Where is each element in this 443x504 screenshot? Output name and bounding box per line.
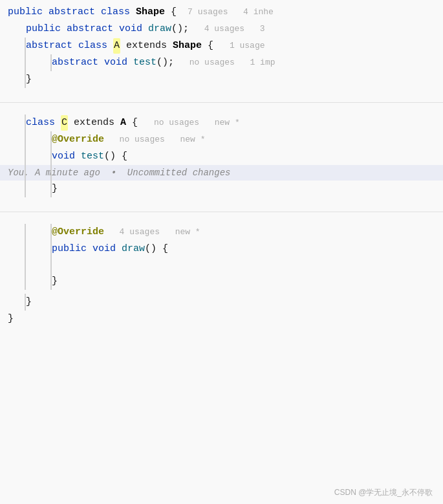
hint-4usages2: 4 usages — [109, 226, 160, 239]
code-line-3: abstract class A extends Shape { 1 usage — [0, 38, 443, 54]
parens4: () { — [145, 241, 168, 257]
code-block-1: public abstract class Shape { 7 usages 4… — [0, 0, 443, 92]
hint-4inhe: 4 inhe — [233, 6, 274, 19]
code-block-3: @Override 4 usages new * public void dra… — [0, 220, 443, 294]
hint-nousages: no usages — [179, 56, 235, 70]
keyword-public2: public — [26, 21, 67, 37]
space — [142, 21, 148, 37]
indent-bar-9 — [50, 148, 52, 165]
indent-bar-20 — [25, 273, 26, 290]
keyword-public3: public — [52, 241, 92, 257]
line-content-12: } — [0, 274, 58, 289]
space4 — [116, 241, 122, 257]
keyword-abstract: abstract — [49, 5, 101, 20]
class-name-shape: Shape — [136, 5, 165, 20]
keyword-void4: void — [92, 241, 116, 257]
extends2: extends — [68, 115, 120, 131]
keyword-class3: class — [26, 115, 61, 131]
code-line-7: @Override no usages new * — [0, 131, 443, 148]
separator-line-1 — [0, 102, 443, 103]
parens2: (); — [157, 55, 174, 71]
indent-bar-10 — [25, 165, 26, 181]
keyword-abstract2: abstract — [67, 21, 119, 37]
method-test2: test — [81, 149, 104, 164]
code-line-9: } — [0, 181, 443, 197]
watermark: CSDN @学无止境_永不停歌 — [334, 487, 433, 499]
line-content-2: public abstract void draw(); 4 usages 3 — [0, 21, 265, 37]
indent-bar-2 — [25, 54, 26, 71]
code-line-6: class C extends A { no usages new * — [0, 115, 443, 131]
separator-1 — [0, 92, 443, 100]
keyword-void3: void — [52, 149, 75, 164]
code-line-10: @Override 4 usages new * — [0, 224, 443, 241]
code-line-5: } — [0, 71, 443, 88]
keyword-abstract3: abstract — [26, 38, 78, 54]
indent-bar-1 — [25, 38, 26, 54]
indent-bar-13 — [50, 181, 52, 197]
line-content-close2: } — [0, 311, 14, 327]
indent-bar-5 — [25, 115, 26, 131]
closing-brace-4: } — [26, 294, 32, 310]
code-line-8: void test() { — [0, 148, 443, 165]
indent-bar-14 — [25, 224, 26, 241]
indent-bar-12 — [25, 181, 26, 197]
hint-new2: new * — [170, 133, 206, 147]
indent-bar-11 — [50, 165, 52, 181]
code-line-2: public abstract void draw(); 4 usages 3 — [0, 21, 443, 38]
closing-brace-5: } — [8, 311, 14, 327]
separator-2 — [0, 201, 443, 209]
closing-brace-2: } — [52, 181, 58, 197]
line-content-8: void test() { — [0, 149, 127, 164]
code-line-close1: } — [0, 294, 443, 311]
hint-new1: new * — [204, 116, 240, 130]
indent-bar-21 — [50, 273, 52, 290]
class-A2: A — [120, 115, 126, 131]
method-test: test — [133, 55, 157, 71]
line-content-close1: } — [0, 294, 32, 310]
hint-1imp: 1 imp — [240, 56, 276, 70]
code-line-close2: } — [0, 311, 443, 327]
git-blame: You, A minute ago • Uncommitted changes — [0, 166, 230, 180]
parens: (); — [171, 21, 189, 37]
code-line-4: abstract void test(); no usages 1 imp — [0, 54, 443, 71]
extends1: extends — [120, 38, 173, 54]
hint-new3: new * — [165, 226, 200, 239]
spacer-2 — [0, 215, 443, 220]
method-draw: draw — [148, 21, 171, 37]
keyword-abstract4: abstract — [52, 55, 104, 71]
indent-bar-18 — [25, 257, 26, 273]
hint-7usages: 7 usages — [188, 6, 228, 19]
brace-open: { — [165, 5, 182, 20]
indent-bar-8 — [25, 148, 26, 165]
indent-bar-7 — [50, 131, 52, 148]
hint-4usages: 4 usages — [194, 23, 244, 36]
annotation-override-1: @Override — [52, 132, 104, 148]
parens3: () { — [104, 149, 127, 164]
empty-line — [0, 257, 443, 273]
keyword-class2: class — [78, 38, 113, 54]
line-content-7: @Override no usages new * — [0, 132, 205, 148]
line-content-3: abstract class A extends Shape { 1 usage — [0, 38, 265, 54]
keyword-class: class — [101, 5, 136, 20]
space2 — [127, 55, 133, 71]
keyword-void: void — [119, 21, 142, 37]
indent-bar-19 — [50, 257, 52, 273]
line-content-9: } — [0, 181, 58, 197]
brace2: { — [202, 38, 219, 54]
code-line-git: You, A minute ago • Uncommitted changes — [0, 165, 443, 181]
code-block-2: class C extends A { no usages new * @Ove… — [0, 111, 443, 201]
keyword-public: public — [8, 5, 49, 20]
keyword-void2: void — [104, 55, 127, 71]
code-line-12: } — [0, 273, 443, 290]
indent-bar-17 — [50, 241, 52, 257]
indent-bar-16 — [25, 241, 26, 257]
annotation-override-2: @Override — [52, 225, 104, 240]
line-content-6: class C extends A { no usages new * — [0, 115, 240, 131]
class-shape2: Shape — [173, 38, 202, 54]
line-content-5: } — [0, 72, 32, 87]
line-content-4: abstract void test(); no usages 1 imp — [0, 55, 276, 71]
code-editor: public abstract class Shape { 7 usages 4… — [0, 0, 443, 504]
line-content-1: public abstract class Shape { 7 usages 4… — [0, 5, 274, 20]
code-line-1: public abstract class Shape { 7 usages 4… — [0, 4, 443, 21]
method-draw2: draw — [122, 241, 145, 257]
